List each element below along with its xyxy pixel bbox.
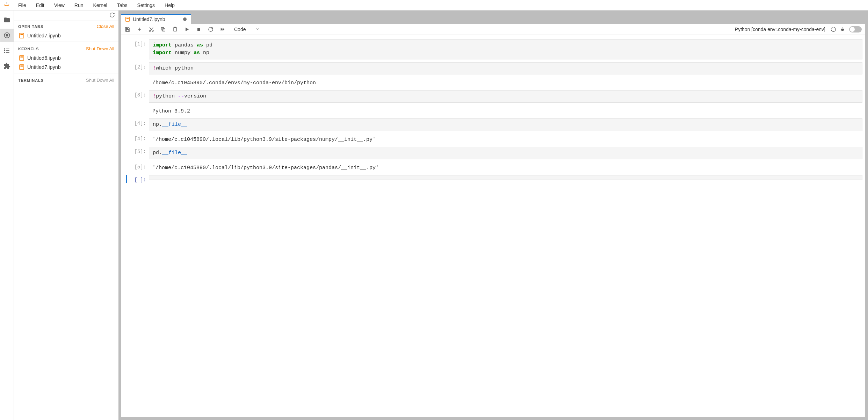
dock-tabs: Untitled7.ipynb — [121, 13, 865, 24]
svg-marker-29 — [221, 28, 223, 31]
svg-marker-27 — [186, 27, 189, 31]
cell-gutter — [126, 147, 127, 159]
code-input[interactable]: !python --version — [149, 90, 862, 103]
menubar: File Edit View Run Kernel Tabs Settings … — [0, 0, 868, 10]
kernel-status-icon — [831, 27, 836, 32]
running-tab[interactable] — [0, 29, 14, 42]
insert-cell-button[interactable] — [136, 26, 143, 32]
menu-file[interactable]: File — [13, 1, 31, 9]
code-input[interactable]: !which python — [149, 62, 862, 75]
open-tab-label: Untitled7.ipynb — [27, 33, 61, 38]
svg-point-0 — [6, 2, 7, 3]
code-input[interactable] — [149, 175, 862, 180]
cut-button[interactable] — [148, 26, 154, 32]
svg-point-20 — [152, 30, 153, 31]
code-cell[interactable]: [5]:pd.__file__ — [124, 147, 862, 159]
cell-output: Python 3.9.2 — [124, 106, 862, 116]
shut-down-all-terminals-button[interactable]: Shut Down All — [86, 78, 114, 83]
output-prompt — [129, 106, 149, 116]
notebook-icon — [19, 55, 24, 61]
activity-bar — [0, 10, 14, 420]
code-input[interactable]: pd.__file__ — [149, 147, 862, 159]
cell-type-dropdown[interactable]: Code — [231, 26, 262, 33]
extensions-tab[interactable] — [0, 59, 14, 73]
svg-rect-2 — [6, 35, 8, 36]
menu-tabs[interactable]: Tabs — [112, 1, 132, 9]
kernel-item[interactable]: Untitled7.ipynb — [14, 63, 118, 72]
svg-rect-16 — [126, 18, 129, 19]
menu-run[interactable]: Run — [70, 1, 88, 9]
file-browser-tab[interactable] — [0, 13, 14, 27]
output-text: '/home/c.c1045890/.local/lib/python3.9/s… — [149, 162, 862, 172]
input-prompt: [1]: — [129, 39, 149, 59]
kernels-header: KERNELS — [18, 47, 39, 51]
open-tab-item[interactable]: Untitled7.ipynb — [14, 31, 118, 40]
menu-help[interactable]: Help — [160, 1, 180, 9]
code-cell[interactable]: [ ]: — [124, 175, 862, 183]
code-input[interactable]: import pandas as pd import numpy as np — [149, 39, 862, 59]
close-all-button[interactable]: Close All — [96, 24, 114, 29]
notebook-body[interactable]: [1]:import pandas as pd import numpy as … — [121, 35, 865, 417]
output-text: /home/c.c1045890/.conda/envs/my-conda-en… — [149, 77, 862, 87]
input-prompt: [4]: — [129, 118, 149, 131]
notebook-icon — [125, 17, 130, 22]
jupyter-logo-icon — [3, 1, 10, 9]
terminals-header: TERMINALS — [18, 78, 44, 82]
copy-button[interactable] — [160, 26, 166, 32]
interrupt-button[interactable] — [196, 26, 202, 32]
kernel-name[interactable]: Python [conda env:.conda-my-conda-env] — [735, 27, 825, 32]
refresh-icon[interactable] — [109, 12, 115, 19]
shut-down-all-kernels-button[interactable]: Shut Down All — [86, 46, 114, 51]
cell-gutter — [126, 39, 127, 59]
svg-rect-13 — [20, 65, 24, 70]
code-cell[interactable]: [1]:import pandas as pd import numpy as … — [124, 39, 862, 59]
paste-button[interactable] — [172, 26, 178, 32]
cell-output: [4]:'/home/c.c1045890/.local/lib/python3… — [124, 134, 862, 144]
cell-gutter — [126, 118, 127, 131]
menu-kernel[interactable]: Kernel — [88, 1, 112, 9]
svg-rect-9 — [20, 33, 24, 38]
svg-rect-28 — [197, 28, 200, 31]
notebook-icon — [19, 33, 24, 38]
menu-edit[interactable]: Edit — [31, 1, 49, 9]
restart-run-all-button[interactable] — [219, 26, 226, 32]
cell-gutter — [126, 90, 127, 103]
svg-rect-11 — [20, 56, 24, 60]
restart-button[interactable] — [208, 26, 214, 32]
unsaved-indicator-icon — [183, 17, 187, 21]
cell-output: [5]:'/home/c.c1045890/.local/lib/python3… — [124, 162, 862, 172]
code-cell[interactable]: [2]:!which python — [124, 62, 862, 75]
toc-tab[interactable] — [0, 44, 14, 57]
cell-gutter — [126, 62, 127, 75]
output-text: '/home/c.c1045890/.local/lib/python3.9/s… — [149, 134, 862, 144]
notebook-toolbar: Code Python [conda env:.conda-my-conda-e… — [121, 24, 865, 35]
output-prompt: [4]: — [129, 134, 149, 144]
menu-view[interactable]: View — [49, 1, 70, 9]
notebook-tab[interactable]: Untitled7.ipynb — [121, 14, 191, 24]
input-prompt: [5]: — [129, 147, 149, 159]
code-cell[interactable]: [4]:np.__file__ — [124, 118, 862, 131]
debug-icon[interactable] — [839, 26, 846, 32]
dock-panel: Untitled7.ipynb Code Python [conda env:.… — [119, 10, 868, 420]
input-prompt: [2]: — [129, 62, 149, 75]
debug-toggle[interactable] — [849, 26, 862, 32]
kernel-item[interactable]: Untitled6.ipynb — [14, 53, 118, 63]
running-panel: OPEN TABS Close All Untitled7.ipynb KERN… — [14, 10, 119, 420]
save-button[interactable] — [124, 26, 131, 32]
svg-point-3 — [4, 49, 5, 49]
code-cell[interactable]: [3]:!python --version — [124, 90, 862, 103]
svg-marker-30 — [223, 28, 224, 31]
svg-rect-15 — [126, 17, 130, 21]
tab-title: Untitled7.ipynb — [133, 16, 180, 22]
code-input[interactable]: np.__file__ — [149, 118, 862, 131]
open-tabs-header: OPEN TABS — [18, 24, 43, 29]
kernel-item-label: Untitled7.ipynb — [27, 64, 61, 70]
svg-point-19 — [149, 30, 151, 31]
svg-point-5 — [4, 50, 5, 51]
svg-rect-12 — [21, 57, 23, 58]
svg-rect-14 — [21, 66, 23, 67]
input-prompt: [3]: — [129, 90, 149, 103]
menu-settings[interactable]: Settings — [132, 1, 160, 9]
run-button[interactable] — [184, 26, 190, 32]
chevron-down-icon — [255, 27, 260, 32]
